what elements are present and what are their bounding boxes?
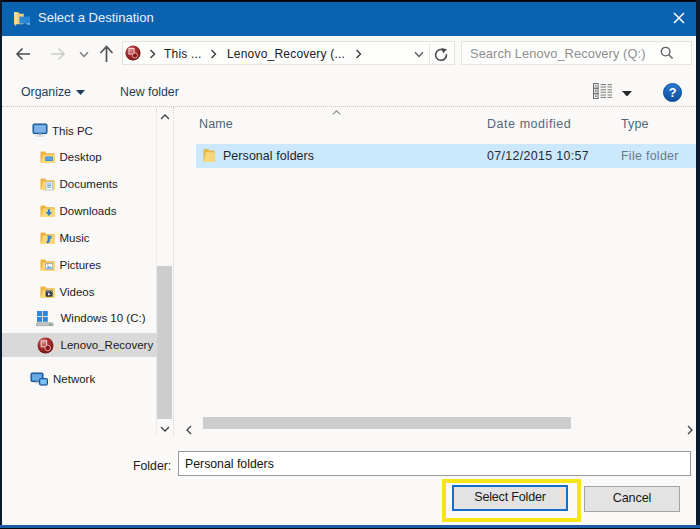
svg-text:?: ? xyxy=(669,85,677,99)
